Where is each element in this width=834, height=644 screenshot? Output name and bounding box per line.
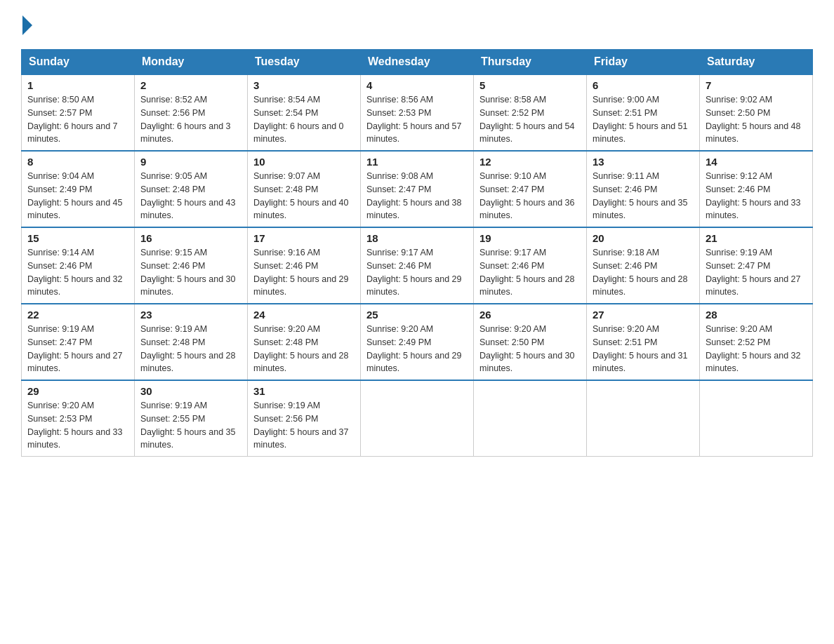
calendar-cell: 6 Sunrise: 9:00 AMSunset: 2:51 PMDayligh… (587, 74, 700, 151)
day-number: 26 (479, 309, 581, 321)
calendar-cell: 29 Sunrise: 9:20 AMSunset: 2:53 PMDaylig… (22, 380, 135, 457)
day-number: 22 (27, 309, 128, 321)
calendar-cell: 13 Sunrise: 9:11 AMSunset: 2:46 PMDaylig… (587, 151, 700, 227)
calendar-cell: 16 Sunrise: 9:15 AMSunset: 2:46 PMDaylig… (135, 227, 248, 304)
day-number: 1 (27, 79, 128, 91)
day-info: Sunrise: 9:19 AMSunset: 2:47 PMDaylight:… (27, 324, 123, 373)
day-number: 15 (27, 232, 128, 244)
calendar-cell: 2 Sunrise: 8:52 AMSunset: 2:56 PMDayligh… (135, 74, 248, 151)
weekday-header-saturday: Saturday (700, 50, 813, 75)
calendar-cell (474, 380, 587, 457)
calendar-cell: 30 Sunrise: 9:19 AMSunset: 2:55 PMDaylig… (135, 380, 248, 457)
calendar-table: SundayMondayTuesdayWednesdayThursdayFrid… (21, 49, 813, 457)
day-info: Sunrise: 9:05 AMSunset: 2:48 PMDaylight:… (140, 171, 236, 220)
day-number: 8 (27, 156, 128, 168)
day-number: 6 (593, 79, 694, 91)
day-number: 14 (706, 156, 807, 168)
calendar-cell: 14 Sunrise: 9:12 AMSunset: 2:46 PMDaylig… (700, 151, 813, 227)
day-info: Sunrise: 9:17 AMSunset: 2:46 PMDaylight:… (479, 248, 575, 297)
calendar-cell: 4 Sunrise: 8:56 AMSunset: 2:53 PMDayligh… (361, 74, 474, 151)
calendar-week-row: 1 Sunrise: 8:50 AMSunset: 2:57 PMDayligh… (22, 74, 813, 151)
day-number: 18 (366, 232, 468, 244)
day-info: Sunrise: 9:15 AMSunset: 2:46 PMDaylight:… (140, 248, 236, 297)
day-info: Sunrise: 8:50 AMSunset: 2:57 PMDaylight:… (27, 95, 118, 144)
calendar-cell: 25 Sunrise: 9:20 AMSunset: 2:49 PMDaylig… (361, 304, 474, 380)
day-number: 13 (593, 156, 694, 168)
weekday-header-monday: Monday (135, 50, 248, 75)
day-info: Sunrise: 9:20 AMSunset: 2:53 PMDaylight:… (27, 401, 123, 450)
day-info: Sunrise: 8:52 AMSunset: 2:56 PMDaylight:… (140, 95, 231, 144)
calendar-week-row: 8 Sunrise: 9:04 AMSunset: 2:49 PMDayligh… (22, 151, 813, 227)
day-info: Sunrise: 9:00 AMSunset: 2:51 PMDaylight:… (593, 95, 688, 144)
day-info: Sunrise: 9:19 AMSunset: 2:47 PMDaylight:… (706, 248, 801, 297)
logo (21, 14, 32, 35)
calendar-cell: 7 Sunrise: 9:02 AMSunset: 2:50 PMDayligh… (700, 74, 813, 151)
day-number: 29 (27, 385, 128, 397)
day-number: 24 (253, 309, 355, 321)
day-number: 7 (706, 79, 807, 91)
calendar-cell: 18 Sunrise: 9:17 AMSunset: 2:46 PMDaylig… (361, 227, 474, 304)
day-number: 28 (706, 309, 807, 321)
day-info: Sunrise: 9:17 AMSunset: 2:46 PMDaylight:… (366, 248, 462, 297)
calendar-cell: 21 Sunrise: 9:19 AMSunset: 2:47 PMDaylig… (700, 227, 813, 304)
day-number: 27 (593, 309, 694, 321)
day-info: Sunrise: 9:11 AMSunset: 2:46 PMDaylight:… (593, 171, 688, 220)
day-info: Sunrise: 9:07 AMSunset: 2:48 PMDaylight:… (253, 171, 349, 220)
day-number: 16 (140, 232, 241, 244)
day-info: Sunrise: 9:20 AMSunset: 2:48 PMDaylight:… (253, 324, 349, 373)
calendar-cell (587, 380, 700, 457)
day-number: 5 (479, 79, 581, 91)
day-info: Sunrise: 9:20 AMSunset: 2:52 PMDaylight:… (706, 324, 801, 373)
day-number: 4 (366, 79, 468, 91)
calendar-cell: 9 Sunrise: 9:05 AMSunset: 2:48 PMDayligh… (135, 151, 248, 227)
logo-arrow-icon (22, 15, 32, 35)
day-info: Sunrise: 9:16 AMSunset: 2:46 PMDaylight:… (253, 248, 349, 297)
day-number: 2 (140, 79, 241, 91)
calendar-week-row: 15 Sunrise: 9:14 AMSunset: 2:46 PMDaylig… (22, 227, 813, 304)
calendar-cell: 28 Sunrise: 9:20 AMSunset: 2:52 PMDaylig… (700, 304, 813, 380)
day-info: Sunrise: 9:04 AMSunset: 2:49 PMDaylight:… (27, 171, 123, 220)
day-info: Sunrise: 8:58 AMSunset: 2:52 PMDaylight:… (479, 95, 575, 144)
calendar-cell: 23 Sunrise: 9:19 AMSunset: 2:48 PMDaylig… (135, 304, 248, 380)
day-number: 12 (479, 156, 581, 168)
calendar-cell: 5 Sunrise: 8:58 AMSunset: 2:52 PMDayligh… (474, 74, 587, 151)
calendar-cell: 1 Sunrise: 8:50 AMSunset: 2:57 PMDayligh… (22, 74, 135, 151)
day-number: 3 (253, 79, 355, 91)
calendar-cell: 27 Sunrise: 9:20 AMSunset: 2:51 PMDaylig… (587, 304, 700, 380)
day-number: 25 (366, 309, 468, 321)
calendar-cell: 20 Sunrise: 9:18 AMSunset: 2:46 PMDaylig… (587, 227, 700, 304)
calendar-cell: 17 Sunrise: 9:16 AMSunset: 2:46 PMDaylig… (248, 227, 361, 304)
calendar-cell (700, 380, 813, 457)
calendar-cell: 26 Sunrise: 9:20 AMSunset: 2:50 PMDaylig… (474, 304, 587, 380)
day-info: Sunrise: 9:12 AMSunset: 2:46 PMDaylight:… (706, 171, 801, 220)
calendar-cell: 31 Sunrise: 9:19 AMSunset: 2:56 PMDaylig… (248, 380, 361, 457)
calendar-cell: 22 Sunrise: 9:19 AMSunset: 2:47 PMDaylig… (22, 304, 135, 380)
day-info: Sunrise: 9:20 AMSunset: 2:50 PMDaylight:… (479, 324, 575, 373)
weekday-header-tuesday: Tuesday (248, 50, 361, 75)
day-info: Sunrise: 8:56 AMSunset: 2:53 PMDaylight:… (366, 95, 462, 144)
day-number: 30 (140, 385, 241, 397)
weekday-header-friday: Friday (587, 50, 700, 75)
calendar-cell: 19 Sunrise: 9:17 AMSunset: 2:46 PMDaylig… (474, 227, 587, 304)
day-info: Sunrise: 8:54 AMSunset: 2:54 PMDaylight:… (253, 95, 344, 144)
day-number: 21 (706, 232, 807, 244)
day-info: Sunrise: 9:20 AMSunset: 2:49 PMDaylight:… (366, 324, 462, 373)
day-info: Sunrise: 9:02 AMSunset: 2:50 PMDaylight:… (706, 95, 801, 144)
day-number: 9 (140, 156, 241, 168)
weekday-header-sunday: Sunday (22, 50, 135, 75)
weekday-header-wednesday: Wednesday (361, 50, 474, 75)
day-info: Sunrise: 9:19 AMSunset: 2:55 PMDaylight:… (140, 401, 236, 450)
calendar-cell: 24 Sunrise: 9:20 AMSunset: 2:48 PMDaylig… (248, 304, 361, 380)
calendar-week-row: 29 Sunrise: 9:20 AMSunset: 2:53 PMDaylig… (22, 380, 813, 457)
day-number: 11 (366, 156, 468, 168)
calendar-cell: 11 Sunrise: 9:08 AMSunset: 2:47 PMDaylig… (361, 151, 474, 227)
day-number: 31 (253, 385, 355, 397)
day-number: 17 (253, 232, 355, 244)
day-number: 10 (253, 156, 355, 168)
day-info: Sunrise: 9:10 AMSunset: 2:47 PMDaylight:… (479, 171, 575, 220)
calendar-cell: 12 Sunrise: 9:10 AMSunset: 2:47 PMDaylig… (474, 151, 587, 227)
day-number: 20 (593, 232, 694, 244)
calendar-cell (361, 380, 474, 457)
calendar-header-row: SundayMondayTuesdayWednesdayThursdayFrid… (22, 50, 813, 75)
calendar-week-row: 22 Sunrise: 9:19 AMSunset: 2:47 PMDaylig… (22, 304, 813, 380)
